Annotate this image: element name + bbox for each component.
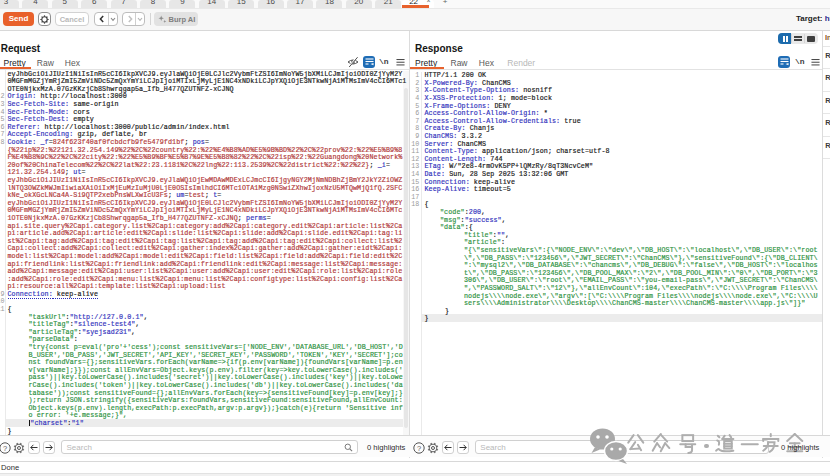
svg-text:?: ? — [417, 443, 421, 452]
svg-text:?: ? — [2, 443, 6, 452]
